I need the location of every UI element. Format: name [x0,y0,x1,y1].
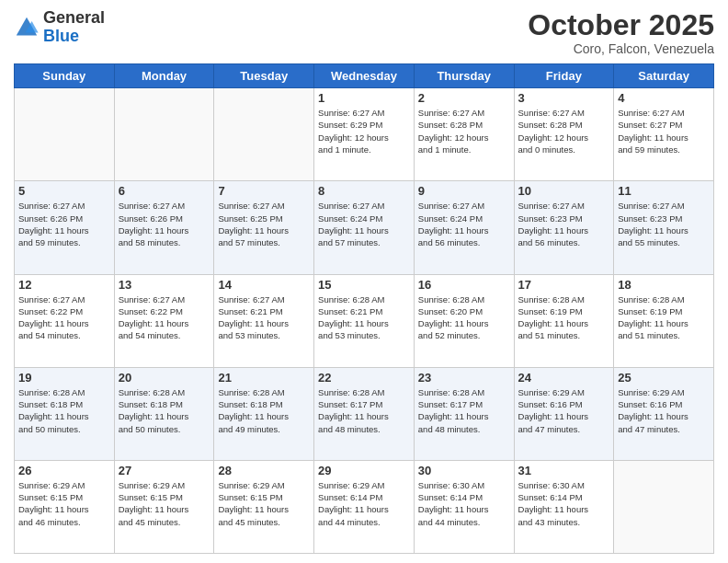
day-info: Sunrise: 6:30 AMSunset: 6:14 PMDaylight:… [418,479,510,528]
day-number: 21 [218,371,310,385]
day-info: Sunrise: 6:29 AMSunset: 6:14 PMDaylight:… [318,479,410,528]
day-info: Sunrise: 6:28 AMSunset: 6:21 PMDaylight:… [318,293,410,342]
day-number: 2 [418,91,510,105]
day-number: 19 [18,371,110,385]
day-info: Sunrise: 6:29 AMSunset: 6:16 PMDaylight:… [518,386,610,435]
day-info: Sunrise: 6:27 AMSunset: 6:25 PMDaylight:… [218,200,310,248]
calendar-cell [15,88,115,181]
day-info: Sunrise: 6:27 AMSunset: 6:22 PMDaylight:… [119,293,210,342]
day-info: Sunrise: 6:27 AMSunset: 6:24 PMDaylight:… [418,200,510,248]
calendar-cell: 15Sunrise: 6:28 AMSunset: 6:21 PMDayligh… [314,274,415,367]
calendar-cell: 7Sunrise: 6:27 AMSunset: 6:25 PMDaylight… [214,181,314,274]
day-number: 3 [518,91,610,105]
day-info: Sunrise: 6:27 AMSunset: 6:28 PMDaylight:… [518,107,610,155]
day-header-tuesday: Tuesday [214,64,314,88]
day-info: Sunrise: 6:28 AMSunset: 6:20 PMDaylight:… [418,293,510,342]
day-info: Sunrise: 6:28 AMSunset: 6:19 PMDaylight:… [618,293,710,342]
calendar-cell: 19Sunrise: 6:28 AMSunset: 6:18 PMDayligh… [15,367,115,460]
calendar-cell: 11Sunrise: 6:27 AMSunset: 6:23 PMDayligh… [614,181,714,274]
day-number: 13 [119,278,210,292]
day-number: 31 [518,464,610,477]
day-number: 24 [518,371,610,385]
logo-icon [14,15,40,40]
calendar-cell: 4Sunrise: 6:27 AMSunset: 6:27 PMDaylight… [614,88,714,181]
calendar-cell: 2Sunrise: 6:27 AMSunset: 6:28 PMDaylight… [414,88,514,181]
day-info: Sunrise: 6:28 AMSunset: 6:19 PMDaylight:… [518,293,610,342]
calendar-cell: 26Sunrise: 6:29 AMSunset: 6:15 PMDayligh… [15,460,115,553]
day-info: Sunrise: 6:27 AMSunset: 6:23 PMDaylight:… [518,200,610,248]
day-info: Sunrise: 6:27 AMSunset: 6:27 PMDaylight:… [618,107,710,155]
calendar-week-4: 19Sunrise: 6:28 AMSunset: 6:18 PMDayligh… [15,367,714,460]
calendar-cell: 28Sunrise: 6:29 AMSunset: 6:15 PMDayligh… [214,460,314,553]
day-number: 26 [18,464,110,477]
day-number: 4 [618,91,710,105]
day-number: 20 [119,371,210,385]
day-header-friday: Friday [514,64,614,88]
day-info: Sunrise: 6:28 AMSunset: 6:18 PMDaylight:… [119,386,210,435]
day-number: 6 [119,184,210,198]
day-info: Sunrise: 6:28 AMSunset: 6:17 PMDaylight:… [418,386,510,435]
day-number: 29 [318,464,410,477]
header: General Blue October 2025 Coro, Falcon, … [14,9,714,56]
day-number: 5 [18,184,110,198]
day-number: 11 [618,184,710,198]
calendar-cell: 22Sunrise: 6:28 AMSunset: 6:17 PMDayligh… [314,367,415,460]
day-number: 12 [18,278,110,292]
day-info: Sunrise: 6:29 AMSunset: 6:16 PMDaylight:… [618,386,710,435]
day-number: 9 [418,184,510,198]
day-info: Sunrise: 6:27 AMSunset: 6:29 PMDaylight:… [318,107,410,155]
day-number: 30 [418,464,510,477]
day-number: 16 [418,278,510,292]
calendar-cell: 30Sunrise: 6:30 AMSunset: 6:14 PMDayligh… [414,460,514,553]
month-title: October 2025 [528,9,714,41]
day-info: Sunrise: 6:29 AMSunset: 6:15 PMDaylight:… [18,479,110,528]
logo-general-text: General [43,8,105,27]
calendar-cell: 13Sunrise: 6:27 AMSunset: 6:22 PMDayligh… [114,274,214,367]
calendar-cell: 5Sunrise: 6:27 AMSunset: 6:26 PMDaylight… [15,181,115,274]
calendar-week-1: 1Sunrise: 6:27 AMSunset: 6:29 PMDaylight… [15,88,714,181]
day-info: Sunrise: 6:27 AMSunset: 6:23 PMDaylight:… [618,200,710,248]
day-number: 10 [518,184,610,198]
day-info: Sunrise: 6:27 AMSunset: 6:22 PMDaylight:… [18,293,110,342]
day-info: Sunrise: 6:28 AMSunset: 6:17 PMDaylight:… [318,386,410,435]
day-number: 28 [218,464,310,477]
calendar-cell: 20Sunrise: 6:28 AMSunset: 6:18 PMDayligh… [114,367,214,460]
day-info: Sunrise: 6:28 AMSunset: 6:18 PMDaylight:… [218,386,310,435]
calendar-cell: 24Sunrise: 6:29 AMSunset: 6:16 PMDayligh… [514,367,614,460]
calendar-cell: 14Sunrise: 6:27 AMSunset: 6:21 PMDayligh… [214,274,314,367]
calendar-cell: 29Sunrise: 6:29 AMSunset: 6:14 PMDayligh… [314,460,415,553]
day-header-thursday: Thursday [414,64,514,88]
calendar-cell: 1Sunrise: 6:27 AMSunset: 6:29 PMDaylight… [314,88,415,181]
day-info: Sunrise: 6:27 AMSunset: 6:28 PMDaylight:… [418,107,510,155]
day-info: Sunrise: 6:29 AMSunset: 6:15 PMDaylight:… [119,479,210,528]
calendar-week-3: 12Sunrise: 6:27 AMSunset: 6:22 PMDayligh… [15,274,714,367]
day-header-wednesday: Wednesday [314,64,415,88]
page: General Blue October 2025 Coro, Falcon, … [0,0,728,563]
day-number: 25 [618,371,710,385]
day-number: 27 [119,464,210,477]
day-number: 8 [318,184,410,198]
calendar-week-2: 5Sunrise: 6:27 AMSunset: 6:26 PMDaylight… [15,181,714,274]
day-header-monday: Monday [114,64,214,88]
calendar-cell [214,88,314,181]
day-info: Sunrise: 6:28 AMSunset: 6:18 PMDaylight:… [18,386,110,435]
day-info: Sunrise: 6:29 AMSunset: 6:15 PMDaylight:… [218,479,310,528]
calendar: SundayMondayTuesdayWednesdayThursdayFrid… [14,63,714,554]
calendar-cell [114,88,214,181]
day-number: 17 [518,278,610,292]
calendar-cell: 25Sunrise: 6:29 AMSunset: 6:16 PMDayligh… [614,367,714,460]
calendar-cell: 12Sunrise: 6:27 AMSunset: 6:22 PMDayligh… [15,274,115,367]
day-info: Sunrise: 6:27 AMSunset: 6:26 PMDaylight:… [18,200,110,248]
day-number: 18 [618,278,710,292]
calendar-header-row: SundayMondayTuesdayWednesdayThursdayFrid… [15,64,714,88]
day-number: 14 [218,278,310,292]
calendar-cell: 31Sunrise: 6:30 AMSunset: 6:14 PMDayligh… [514,460,614,553]
calendar-cell: 21Sunrise: 6:28 AMSunset: 6:18 PMDayligh… [214,367,314,460]
logo: General Blue [14,9,105,46]
day-number: 22 [318,371,410,385]
day-number: 7 [218,184,310,198]
calendar-cell: 23Sunrise: 6:28 AMSunset: 6:17 PMDayligh… [414,367,514,460]
day-info: Sunrise: 6:27 AMSunset: 6:21 PMDaylight:… [218,293,310,342]
calendar-cell: 9Sunrise: 6:27 AMSunset: 6:24 PMDaylight… [414,181,514,274]
title-area: October 2025 Coro, Falcon, Venezuela [528,9,714,56]
